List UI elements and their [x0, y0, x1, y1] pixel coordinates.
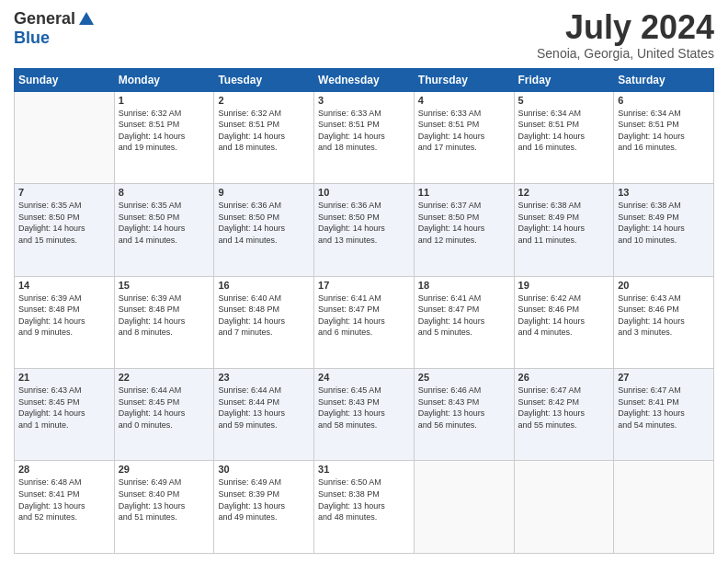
table-row: [15, 91, 115, 183]
day-info: Sunrise: 6:49 AM Sunset: 8:39 PM Dayligh…: [218, 477, 310, 523]
day-info: Sunrise: 6:39 AM Sunset: 8:48 PM Dayligh…: [18, 293, 110, 339]
day-info: Sunrise: 6:45 AM Sunset: 8:43 PM Dayligh…: [318, 385, 410, 431]
day-number: 11: [418, 187, 510, 198]
calendar-week-row: 21Sunrise: 6:43 AM Sunset: 8:45 PM Dayli…: [15, 369, 714, 461]
day-number: 23: [218, 372, 310, 383]
table-row: 4Sunrise: 6:33 AM Sunset: 8:51 PM Daylig…: [414, 91, 514, 183]
day-info: Sunrise: 6:32 AM Sunset: 8:51 PM Dayligh…: [218, 108, 310, 154]
table-row: 8Sunrise: 6:35 AM Sunset: 8:50 PM Daylig…: [114, 184, 214, 276]
day-info: Sunrise: 6:43 AM Sunset: 8:45 PM Dayligh…: [18, 385, 110, 431]
day-number: 20: [618, 280, 710, 291]
table-row: [614, 461, 714, 554]
table-row: 15Sunrise: 6:39 AM Sunset: 8:48 PM Dayli…: [114, 276, 214, 368]
day-info: Sunrise: 6:48 AM Sunset: 8:41 PM Dayligh…: [18, 477, 110, 523]
table-row: 11Sunrise: 6:37 AM Sunset: 8:50 PM Dayli…: [414, 184, 514, 276]
day-number: 22: [119, 372, 210, 383]
table-row: [414, 461, 514, 554]
calendar-week-row: 1Sunrise: 6:32 AM Sunset: 8:51 PM Daylig…: [15, 91, 714, 183]
table-row: 30Sunrise: 6:49 AM Sunset: 8:39 PM Dayli…: [214, 461, 314, 554]
location: Senoia, Georgia, United States: [537, 46, 714, 61]
day-info: Sunrise: 6:49 AM Sunset: 8:40 PM Dayligh…: [119, 477, 210, 523]
table-row: 21Sunrise: 6:43 AM Sunset: 8:45 PM Dayli…: [15, 369, 115, 461]
day-info: Sunrise: 6:41 AM Sunset: 8:47 PM Dayligh…: [418, 293, 510, 339]
day-number: 31: [318, 464, 410, 475]
day-number: 25: [418, 372, 510, 383]
table-row: 25Sunrise: 6:46 AM Sunset: 8:43 PM Dayli…: [414, 369, 514, 461]
day-info: Sunrise: 6:44 AM Sunset: 8:45 PM Dayligh…: [119, 385, 210, 431]
day-number: 3: [318, 95, 410, 106]
day-info: Sunrise: 6:47 AM Sunset: 8:42 PM Dayligh…: [518, 385, 610, 431]
table-row: 5Sunrise: 6:34 AM Sunset: 8:51 PM Daylig…: [514, 91, 614, 183]
table-row: 24Sunrise: 6:45 AM Sunset: 8:43 PM Dayli…: [314, 369, 415, 461]
col-friday: Friday: [514, 68, 614, 91]
day-info: Sunrise: 6:35 AM Sunset: 8:50 PM Dayligh…: [18, 200, 110, 246]
day-number: 28: [18, 464, 110, 475]
title-area: July 2024 Senoia, Georgia, United States: [537, 9, 714, 61]
day-number: 24: [318, 372, 410, 383]
day-info: Sunrise: 6:34 AM Sunset: 8:51 PM Dayligh…: [618, 108, 710, 154]
table-row: 9Sunrise: 6:36 AM Sunset: 8:50 PM Daylig…: [214, 184, 314, 276]
table-row: 2Sunrise: 6:32 AM Sunset: 8:51 PM Daylig…: [214, 91, 314, 183]
day-number: 6: [618, 95, 710, 106]
day-number: 27: [618, 372, 710, 383]
day-number: 5: [518, 95, 610, 106]
day-info: Sunrise: 6:38 AM Sunset: 8:49 PM Dayligh…: [618, 200, 710, 246]
day-number: 8: [119, 187, 210, 198]
day-info: Sunrise: 6:38 AM Sunset: 8:49 PM Dayligh…: [518, 200, 610, 246]
day-number: 30: [218, 464, 310, 475]
table-row: [514, 461, 614, 554]
day-number: 2: [218, 95, 310, 106]
day-info: Sunrise: 6:50 AM Sunset: 8:38 PM Dayligh…: [318, 477, 410, 523]
day-info: Sunrise: 6:44 AM Sunset: 8:44 PM Dayligh…: [218, 385, 310, 431]
day-info: Sunrise: 6:33 AM Sunset: 8:51 PM Dayligh…: [318, 108, 410, 154]
day-number: 9: [218, 187, 310, 198]
col-wednesday: Wednesday: [314, 68, 415, 91]
table-row: 1Sunrise: 6:32 AM Sunset: 8:51 PM Daylig…: [114, 91, 214, 183]
day-number: 29: [119, 464, 210, 475]
table-row: 17Sunrise: 6:41 AM Sunset: 8:47 PM Dayli…: [314, 276, 415, 368]
day-number: 19: [518, 280, 610, 291]
table-row: 26Sunrise: 6:47 AM Sunset: 8:42 PM Dayli…: [514, 369, 614, 461]
day-number: 7: [18, 187, 110, 198]
header: General Blue July 2024 Senoia, Georgia, …: [14, 9, 714, 61]
calendar-header-row: Sunday Monday Tuesday Wednesday Thursday…: [15, 68, 714, 91]
day-number: 15: [119, 280, 210, 291]
day-number: 1: [119, 95, 210, 106]
day-number: 21: [18, 372, 110, 383]
day-info: Sunrise: 6:47 AM Sunset: 8:41 PM Dayligh…: [618, 385, 710, 431]
table-row: 18Sunrise: 6:41 AM Sunset: 8:47 PM Dayli…: [414, 276, 514, 368]
day-number: 12: [518, 187, 610, 198]
logo-icon: [77, 10, 96, 29]
day-info: Sunrise: 6:43 AM Sunset: 8:46 PM Dayligh…: [618, 293, 710, 339]
table-row: 3Sunrise: 6:33 AM Sunset: 8:51 PM Daylig…: [314, 91, 415, 183]
table-row: 31Sunrise: 6:50 AM Sunset: 8:38 PM Dayli…: [314, 461, 415, 554]
day-info: Sunrise: 6:40 AM Sunset: 8:48 PM Dayligh…: [218, 293, 310, 339]
table-row: 28Sunrise: 6:48 AM Sunset: 8:41 PM Dayli…: [15, 461, 115, 554]
day-info: Sunrise: 6:34 AM Sunset: 8:51 PM Dayligh…: [518, 108, 610, 154]
day-info: Sunrise: 6:33 AM Sunset: 8:51 PM Dayligh…: [418, 108, 510, 154]
table-row: 6Sunrise: 6:34 AM Sunset: 8:51 PM Daylig…: [614, 91, 714, 183]
table-row: 12Sunrise: 6:38 AM Sunset: 8:49 PM Dayli…: [514, 184, 614, 276]
day-info: Sunrise: 6:36 AM Sunset: 8:50 PM Dayligh…: [218, 200, 310, 246]
table-row: 22Sunrise: 6:44 AM Sunset: 8:45 PM Dayli…: [114, 369, 214, 461]
table-row: 7Sunrise: 6:35 AM Sunset: 8:50 PM Daylig…: [15, 184, 115, 276]
day-info: Sunrise: 6:32 AM Sunset: 8:51 PM Dayligh…: [119, 108, 210, 154]
day-number: 4: [418, 95, 510, 106]
day-number: 16: [218, 280, 310, 291]
day-info: Sunrise: 6:37 AM Sunset: 8:50 PM Dayligh…: [418, 200, 510, 246]
logo: General Blue: [14, 9, 96, 48]
table-row: 29Sunrise: 6:49 AM Sunset: 8:40 PM Dayli…: [114, 461, 214, 554]
calendar-table: Sunday Monday Tuesday Wednesday Thursday…: [14, 68, 714, 554]
logo-blue-text: Blue: [14, 29, 50, 48]
table-row: 16Sunrise: 6:40 AM Sunset: 8:48 PM Dayli…: [214, 276, 314, 368]
calendar-week-row: 14Sunrise: 6:39 AM Sunset: 8:48 PM Dayli…: [15, 276, 714, 368]
col-saturday: Saturday: [614, 68, 714, 91]
col-sunday: Sunday: [15, 68, 115, 91]
month-title: July 2024: [537, 9, 714, 46]
day-number: 18: [418, 280, 510, 291]
day-info: Sunrise: 6:39 AM Sunset: 8:48 PM Dayligh…: [119, 293, 210, 339]
col-monday: Monday: [114, 68, 214, 91]
col-thursday: Thursday: [414, 68, 514, 91]
calendar-week-row: 7Sunrise: 6:35 AM Sunset: 8:50 PM Daylig…: [15, 184, 714, 276]
day-info: Sunrise: 6:42 AM Sunset: 8:46 PM Dayligh…: [518, 293, 610, 339]
